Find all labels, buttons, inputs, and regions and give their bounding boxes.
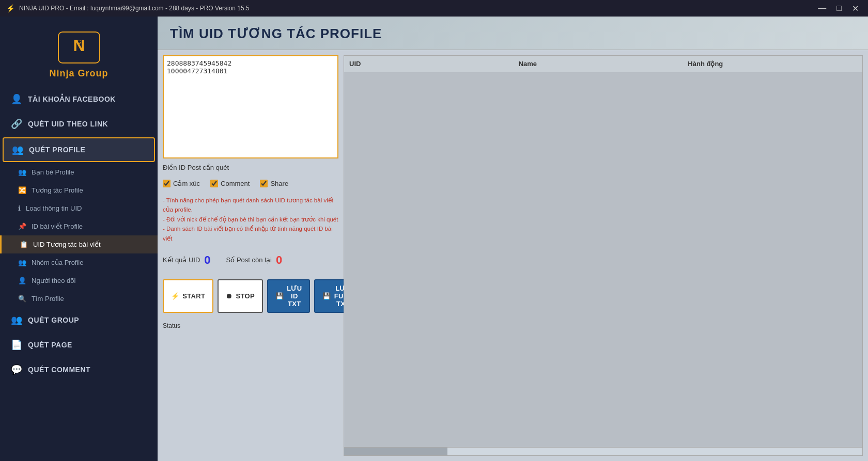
sidebar-item-nguoi-theo-doi[interactable]: 👤 Người theo dõi (0, 272, 158, 290)
ket-qua-uid-value: 0 (204, 253, 210, 267)
profile-subitems: 👥 Bạn bè Profile 🔀 Tương tác Profile ℹ L… (0, 163, 158, 308)
col-action-header: Hành động (688, 60, 857, 68)
content-header: TÌM UID TƯƠNG TÁC PROFILE (158, 17, 868, 50)
close-button[interactable]: ✕ (849, 3, 862, 14)
sidebar-section-label: QUÉT COMMENT (28, 365, 90, 374)
sub-label: UID Tương tác bài viết (33, 241, 101, 248)
scrollbar-area[interactable] (344, 447, 862, 455)
note-1: - Tính năng cho phép bạn quét danh sách … (163, 196, 338, 215)
post-id-label: Điền ID Post cần quét (163, 164, 338, 171)
sidebar-item-nhom-cua[interactable]: 👥 Nhóm của Profile (0, 253, 158, 272)
sidebar-item-tuong-tac[interactable]: 🔀 Tương tác Profile (0, 181, 158, 199)
title-bar-text: NINJA UID PRO - Email : luquynhmai99@gma… (19, 5, 250, 12)
checkbox-cam-xuc[interactable]: Cảm xúc (163, 180, 200, 187)
save-full-icon: 💾 (322, 292, 331, 300)
sidebar-item-id-bai-viet[interactable]: 📌 ID bài viết Profile (0, 217, 158, 235)
user-icon: 👤 (10, 93, 23, 105)
sidebar-section-label: TÀI KHOẢN FACEBOOK (28, 95, 116, 103)
share-label: Share (270, 180, 288, 187)
sidebar-item-quet-group[interactable]: 👥 QUÉT GROUP (0, 308, 158, 332)
sub-label: Nhóm của Profile (32, 259, 83, 266)
start-icon: ⚡ (171, 292, 179, 300)
sidebar-item-load-thong-tin[interactable]: ℹ Load thông tin UID (0, 199, 158, 217)
uid-icon: 📋 (20, 241, 28, 248)
sub-label: Người theo dõi (32, 277, 75, 284)
uid-textarea[interactable]: 2808883745945842 100004727314801 (163, 55, 338, 158)
profile-icon: 👥 (11, 144, 24, 156)
sidebar-item-tim-profile[interactable]: 🔍 Tìm Profile (0, 290, 158, 308)
luu-id-label: LƯU ID TXT (287, 284, 302, 308)
note-3: - Danh sách ID bài viết bạn có thể nhập … (163, 224, 338, 243)
save-icon: 💾 (275, 292, 284, 300)
title-bar: ⚡ NINJA UID PRO - Email : luquynhmai99@g… (0, 0, 868, 17)
checkbox-share[interactable]: Share (260, 180, 288, 187)
sidebar-item-quet-profile[interactable]: 👥 QUÉT PROFILE (3, 137, 155, 162)
stop-icon: ⏺ (226, 292, 233, 300)
minimize-button[interactable]: — (815, 3, 829, 14)
status-row: Status (163, 321, 338, 330)
logo-box: N G (53, 27, 105, 68)
notes-section: - Tính năng cho phép bạn quét danh sách … (163, 194, 338, 245)
page-icon: 📄 (10, 339, 23, 351)
window-controls: — □ ✕ (815, 3, 862, 14)
logo-text: Ninja Group (50, 68, 109, 79)
scrollbar-track (344, 448, 862, 455)
search-icon: 🔍 (18, 295, 26, 303)
start-button[interactable]: ⚡ START (163, 279, 213, 313)
nhom-icon: 👥 (18, 259, 26, 266)
stop-button[interactable]: ⏺ STOP (218, 279, 263, 313)
results-panel: UID Name Hành động (344, 55, 863, 456)
so-post-label: Số Post còn lại (226, 256, 272, 264)
sidebar-item-tai-khoan[interactable]: 👤 TÀI KHOẢN FACEBOOK (0, 87, 158, 112)
content-body: 2808883745945842 100004727314801 Điền ID… (158, 50, 868, 461)
table-body (344, 72, 862, 447)
sub-label: Tương tác Profile (32, 186, 83, 194)
share-checkbox[interactable] (260, 180, 268, 187)
sidebar-section-label: QUÉT PROFILE (29, 146, 85, 154)
cam-xuc-checkbox[interactable] (163, 180, 171, 187)
checkbox-comment[interactable]: Comment (210, 180, 250, 187)
comment-icon: 💬 (10, 363, 23, 376)
left-panel: 2808883745945842 100004727314801 Điền ID… (163, 55, 338, 456)
status-label: Status (163, 322, 180, 329)
follow-icon: 👤 (18, 277, 26, 284)
so-post-value: 0 (276, 253, 282, 267)
post-icon: 📌 (18, 222, 26, 230)
maximize-button[interactable]: □ (833, 3, 845, 14)
col-name-header: Name (519, 60, 688, 68)
sidebar-section-label: QUÉT UID THEO LINK (28, 120, 108, 128)
stats-row: Kết quả UID 0 Số Post còn lại 0 (163, 249, 338, 271)
content-area: TÌM UID TƯƠNG TÁC PROFILE 28088837459458… (158, 17, 868, 461)
sidebar: N G Ninja Group 👤 TÀI KHOẢN FACEBOOK 🔗 Q… (0, 17, 158, 461)
start-label: START (182, 292, 205, 300)
table-header: UID Name Hành động (344, 56, 862, 72)
sub-label: Bạn bè Profile (32, 168, 74, 176)
sidebar-section-label: QUÉT GROUP (28, 316, 79, 324)
logo-svg: N G (56, 29, 102, 66)
link-icon: 🔗 (10, 118, 23, 130)
app-icon: ⚡ (6, 4, 15, 12)
scrollbar-thumb[interactable] (344, 448, 447, 455)
sidebar-item-quet-page[interactable]: 📄 QUÉT PAGE (0, 332, 158, 357)
luu-id-txt-button[interactable]: 💾 LƯU ID TXT (267, 279, 311, 313)
sidebar-item-quet-comment[interactable]: 💬 QUÉT COMMENT (0, 357, 158, 382)
ket-qua-uid-stat: Kết quả UID 0 (163, 253, 211, 267)
sidebar-item-uid-tuong-tac[interactable]: 📋 UID Tương tác bài viết (0, 235, 158, 253)
comment-label: Comment (221, 180, 250, 187)
note-2: - Đối với nick để chế độ bạn bè thì bạn … (163, 215, 338, 224)
sidebar-item-quet-uid[interactable]: 🔗 QUÉT UID THEO LINK (0, 112, 158, 136)
sidebar-section-label: QUÉT PAGE (28, 341, 72, 349)
so-post-stat: Số Post còn lại 0 (226, 253, 283, 267)
info-icon: ℹ (18, 204, 21, 212)
cam-xuc-label: Cảm xúc (173, 180, 200, 187)
checkboxes-row: Cảm xúc Comment Share (163, 176, 338, 189)
action-buttons: ⚡ START ⏺ STOP 💾 LƯU ID TXT 💾 LƯU FULL T… (163, 275, 338, 317)
stop-label: STOP (236, 292, 255, 300)
sub-label: Tìm Profile (32, 295, 64, 303)
sub-label: ID bài viết Profile (32, 222, 83, 230)
svg-text:G: G (77, 39, 81, 45)
group-icon: 👥 (10, 314, 23, 326)
tuong-tac-icon: 🔀 (18, 186, 26, 194)
comment-checkbox[interactable] (210, 180, 218, 187)
sidebar-item-ban-be[interactable]: 👥 Bạn bè Profile (0, 163, 158, 181)
